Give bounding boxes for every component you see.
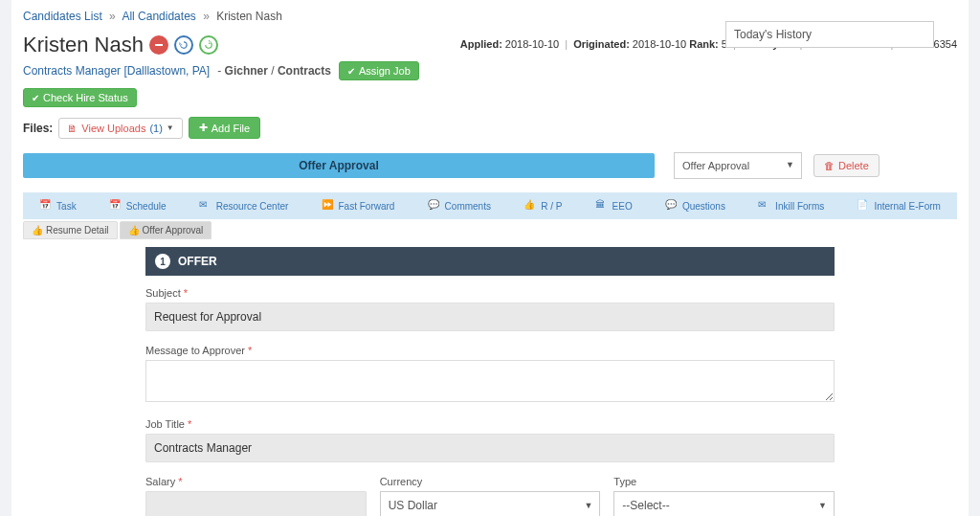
check-icon: ✔ bbox=[32, 93, 39, 103]
caret-down-icon: ▼ bbox=[167, 123, 174, 132]
jobtitle-label: Job Title * bbox=[145, 418, 835, 430]
salary-label: Salary * bbox=[145, 476, 367, 487]
section-title: OFFER bbox=[178, 255, 217, 268]
assign-job-button[interactable]: ✔Assign Job bbox=[339, 61, 419, 80]
toolbar-schedule[interactable]: 📅Schedule bbox=[109, 199, 167, 213]
type-label: Type bbox=[613, 476, 835, 487]
thumbs-up-icon: 👍 bbox=[32, 225, 43, 236]
salary-input[interactable] bbox=[145, 491, 367, 516]
check-hire-status-button[interactable]: ✔Check Hire Status bbox=[23, 88, 137, 107]
tab-resume-detail[interactable]: 👍Resume Detail bbox=[23, 221, 118, 239]
view-uploads-button[interactable]: 🗎 View Uploads (1) ▼ bbox=[58, 118, 182, 139]
remove-icon[interactable] bbox=[149, 35, 168, 55]
calendar-icon: 📅 bbox=[39, 199, 53, 213]
candidate-name: Kristen Nash bbox=[23, 33, 144, 57]
breadcrumb-current: Kristen Nash bbox=[216, 10, 282, 23]
breadcrumb-separator: » bbox=[199, 10, 213, 23]
trash-icon: 🗑 bbox=[824, 160, 835, 171]
delete-button[interactable]: 🗑 Delete bbox=[813, 154, 880, 177]
stage-select[interactable]: Offer Approval bbox=[674, 152, 802, 179]
calendar-icon: 📅 bbox=[109, 199, 122, 213]
history-dropdown[interactable]: Today's History bbox=[725, 21, 934, 48]
currency-select[interactable]: US Dollar bbox=[380, 491, 601, 516]
toolbar-rp[interactable]: 👍R / P bbox=[523, 199, 562, 213]
toolbar-resource-center[interactable]: ✉Resource Center bbox=[199, 199, 289, 213]
message-textarea[interactable] bbox=[145, 360, 835, 402]
subject-label: Subject * bbox=[145, 287, 835, 299]
clip-icon: 🗎 bbox=[67, 123, 78, 134]
toolbar-internal-eform[interactable]: 📄Internal E-Form bbox=[857, 199, 940, 213]
mail-icon: ✉ bbox=[199, 199, 212, 213]
stage-indicator[interactable]: Offer Approval bbox=[23, 153, 655, 178]
add-file-button[interactable]: ✚ Add File bbox=[189, 117, 260, 139]
breadcrumb-all-candidates[interactable]: All Candidates bbox=[122, 10, 195, 23]
currency-label: Currency bbox=[380, 476, 601, 487]
refresh-icon[interactable] bbox=[199, 35, 218, 55]
comment-icon: 💬 bbox=[428, 199, 441, 213]
files-label: Files: bbox=[23, 122, 53, 135]
section-number: 1 bbox=[155, 254, 170, 269]
tab-offer-approval[interactable]: 👍Offer Approval bbox=[120, 221, 212, 239]
question-icon: 💬 bbox=[665, 199, 679, 213]
toolbar-comments[interactable]: 💬Comments bbox=[428, 199, 491, 213]
toolbar-questions[interactable]: 💬Questions bbox=[665, 199, 725, 213]
mail-icon: ✉ bbox=[758, 199, 771, 213]
type-select[interactable]: --Select-- bbox=[613, 491, 835, 516]
breadcrumb-separator: » bbox=[105, 10, 120, 23]
thumbs-up-icon: 👍 bbox=[523, 199, 537, 213]
subject-input[interactable] bbox=[145, 303, 835, 331]
jobtitle-input[interactable] bbox=[145, 434, 835, 462]
plus-icon: ✚ bbox=[199, 122, 208, 134]
section-offer-header: 1 OFFER bbox=[145, 247, 835, 276]
toolbar-eeo[interactable]: 🏛EEO bbox=[595, 199, 633, 213]
form-icon: 📄 bbox=[857, 199, 870, 213]
building-icon: 🏛 bbox=[595, 199, 609, 213]
message-label: Message to Approver * bbox=[145, 345, 835, 356]
thumbs-up-icon: 👍 bbox=[128, 225, 140, 236]
check-icon: ✔ bbox=[347, 66, 355, 77]
toolbar-fast-forward[interactable]: ⏩Fast Forward bbox=[322, 199, 395, 213]
fast-forward-icon: ⏩ bbox=[322, 199, 335, 213]
history-icon[interactable] bbox=[174, 35, 193, 55]
toolbar-task[interactable]: 📅Task bbox=[39, 199, 77, 213]
svg-rect-0 bbox=[155, 44, 163, 46]
title-company-link[interactable]: Contracts Manager [Dalllastown, PA] bbox=[23, 64, 210, 78]
breadcrumb-candidates-list[interactable]: Candidates List bbox=[23, 10, 102, 23]
toolbar-inkill-forms[interactable]: ✉Inkill Forms bbox=[758, 199, 824, 213]
action-toolbar: 📅Task 📅Schedule ✉Resource Center ⏩Fast F… bbox=[23, 192, 957, 219]
